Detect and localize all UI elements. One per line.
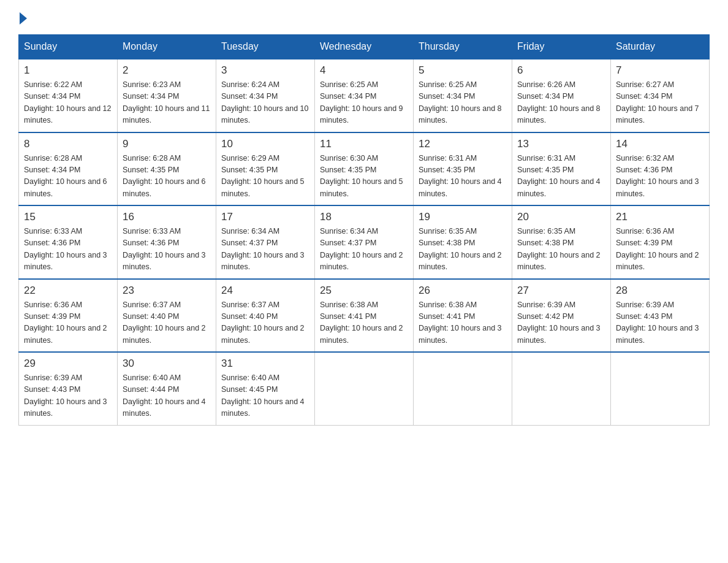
calendar-cell: 21 Sunrise: 6:36 AM Sunset: 4:39 PM Dayl…: [611, 205, 710, 279]
col-header-sunday: Sunday: [19, 35, 118, 59]
calendar-cell: 4 Sunrise: 6:25 AM Sunset: 4:34 PM Dayli…: [315, 59, 414, 132]
calendar-cell: 9 Sunrise: 6:28 AM Sunset: 4:35 PM Dayli…: [118, 132, 216, 206]
day-info: Sunrise: 6:34 AM Sunset: 4:37 PM Dayligh…: [221, 226, 309, 274]
calendar-table: SundayMondayTuesdayWednesdayThursdayFrid…: [18, 34, 710, 426]
day-info: Sunrise: 6:34 AM Sunset: 4:37 PM Dayligh…: [320, 226, 408, 274]
calendar-cell: 28 Sunrise: 6:39 AM Sunset: 4:43 PM Dayl…: [611, 279, 710, 353]
calendar-cell: [512, 352, 611, 425]
day-number: 8: [24, 138, 112, 150]
day-info: Sunrise: 6:28 AM Sunset: 4:34 PM Dayligh…: [24, 153, 112, 201]
day-number: 11: [320, 138, 408, 150]
calendar-week-2: 8 Sunrise: 6:28 AM Sunset: 4:34 PM Dayli…: [19, 132, 710, 206]
day-number: 21: [616, 211, 704, 223]
day-number: 28: [616, 285, 704, 297]
calendar-cell: 18 Sunrise: 6:34 AM Sunset: 4:37 PM Dayl…: [315, 205, 414, 279]
day-number: 15: [24, 211, 112, 223]
calendar-header-row: SundayMondayTuesdayWednesdayThursdayFrid…: [19, 35, 710, 59]
day-number: 19: [419, 211, 507, 223]
day-info: Sunrise: 6:35 AM Sunset: 4:38 PM Dayligh…: [517, 226, 605, 274]
calendar-cell: 12 Sunrise: 6:31 AM Sunset: 4:35 PM Dayl…: [414, 132, 512, 206]
day-number: 20: [517, 211, 605, 223]
calendar-cell: 3 Sunrise: 6:24 AM Sunset: 4:34 PM Dayli…: [216, 59, 315, 132]
day-info: Sunrise: 6:31 AM Sunset: 4:35 PM Dayligh…: [517, 153, 605, 201]
calendar-cell: 20 Sunrise: 6:35 AM Sunset: 4:38 PM Dayl…: [512, 205, 611, 279]
calendar-cell: 7 Sunrise: 6:27 AM Sunset: 4:34 PM Dayli…: [611, 59, 710, 132]
col-header-thursday: Thursday: [414, 35, 512, 59]
day-info: Sunrise: 6:27 AM Sunset: 4:34 PM Dayligh…: [616, 79, 704, 127]
day-info: Sunrise: 6:30 AM Sunset: 4:35 PM Dayligh…: [320, 153, 408, 201]
calendar-cell: 10 Sunrise: 6:29 AM Sunset: 4:35 PM Dayl…: [216, 132, 315, 206]
calendar-cell: 23 Sunrise: 6:37 AM Sunset: 4:40 PM Dayl…: [118, 279, 216, 353]
day-number: 9: [123, 138, 211, 150]
day-info: Sunrise: 6:39 AM Sunset: 4:42 PM Dayligh…: [517, 299, 605, 347]
logo: [18, 12, 27, 22]
day-number: 7: [616, 64, 704, 77]
day-number: 5: [419, 64, 507, 77]
day-number: 25: [320, 285, 408, 297]
day-number: 4: [320, 64, 408, 77]
day-info: Sunrise: 6:26 AM Sunset: 4:34 PM Dayligh…: [517, 79, 605, 127]
calendar-cell: [315, 352, 414, 425]
day-info: Sunrise: 6:25 AM Sunset: 4:34 PM Dayligh…: [419, 79, 507, 127]
calendar-cell: 11 Sunrise: 6:30 AM Sunset: 4:35 PM Dayl…: [315, 132, 414, 206]
day-info: Sunrise: 6:37 AM Sunset: 4:40 PM Dayligh…: [123, 299, 211, 347]
day-number: 24: [221, 285, 309, 297]
day-info: Sunrise: 6:36 AM Sunset: 4:39 PM Dayligh…: [616, 226, 704, 274]
day-number: 2: [123, 64, 211, 77]
calendar-cell: [414, 352, 512, 425]
day-number: 1: [24, 64, 112, 77]
day-info: Sunrise: 6:29 AM Sunset: 4:35 PM Dayligh…: [221, 153, 309, 201]
col-header-tuesday: Tuesday: [216, 35, 315, 59]
day-number: 26: [419, 285, 507, 297]
calendar-cell: 2 Sunrise: 6:23 AM Sunset: 4:34 PM Dayli…: [118, 59, 216, 132]
day-number: 29: [24, 358, 112, 370]
day-info: Sunrise: 6:35 AM Sunset: 4:38 PM Dayligh…: [419, 226, 507, 274]
day-number: 10: [221, 138, 309, 150]
page-header: [18, 12, 710, 22]
col-header-saturday: Saturday: [611, 35, 710, 59]
day-info: Sunrise: 6:39 AM Sunset: 4:43 PM Dayligh…: [616, 299, 704, 347]
calendar-cell: 17 Sunrise: 6:34 AM Sunset: 4:37 PM Dayl…: [216, 205, 315, 279]
calendar-cell: 30 Sunrise: 6:40 AM Sunset: 4:44 PM Dayl…: [118, 352, 216, 425]
day-number: 13: [517, 138, 605, 150]
logo-arrow-icon: [20, 12, 27, 25]
calendar-cell: 15 Sunrise: 6:33 AM Sunset: 4:36 PM Dayl…: [19, 205, 118, 279]
calendar-cell: 19 Sunrise: 6:35 AM Sunset: 4:38 PM Dayl…: [414, 205, 512, 279]
calendar-cell: 14 Sunrise: 6:32 AM Sunset: 4:36 PM Dayl…: [611, 132, 710, 206]
calendar-cell: [611, 352, 710, 425]
col-header-friday: Friday: [512, 35, 611, 59]
day-number: 30: [123, 358, 211, 370]
day-number: 6: [517, 64, 605, 77]
calendar-week-4: 22 Sunrise: 6:36 AM Sunset: 4:39 PM Dayl…: [19, 279, 710, 353]
calendar-cell: 31 Sunrise: 6:40 AM Sunset: 4:45 PM Dayl…: [216, 352, 315, 425]
calendar-cell: 13 Sunrise: 6:31 AM Sunset: 4:35 PM Dayl…: [512, 132, 611, 206]
day-info: Sunrise: 6:28 AM Sunset: 4:35 PM Dayligh…: [123, 153, 211, 201]
day-info: Sunrise: 6:39 AM Sunset: 4:43 PM Dayligh…: [24, 372, 112, 420]
calendar-cell: 25 Sunrise: 6:38 AM Sunset: 4:41 PM Dayl…: [315, 279, 414, 353]
day-number: 16: [123, 211, 211, 223]
day-info: Sunrise: 6:37 AM Sunset: 4:40 PM Dayligh…: [221, 299, 309, 347]
calendar-cell: 8 Sunrise: 6:28 AM Sunset: 4:34 PM Dayli…: [19, 132, 118, 206]
day-number: 17: [221, 211, 309, 223]
calendar-cell: 6 Sunrise: 6:26 AM Sunset: 4:34 PM Dayli…: [512, 59, 611, 132]
day-info: Sunrise: 6:38 AM Sunset: 4:41 PM Dayligh…: [320, 299, 408, 347]
calendar-week-1: 1 Sunrise: 6:22 AM Sunset: 4:34 PM Dayli…: [19, 59, 710, 132]
day-number: 27: [517, 285, 605, 297]
day-info: Sunrise: 6:38 AM Sunset: 4:41 PM Dayligh…: [419, 299, 507, 347]
calendar-cell: 1 Sunrise: 6:22 AM Sunset: 4:34 PM Dayli…: [19, 59, 118, 132]
col-header-monday: Monday: [118, 35, 216, 59]
day-number: 12: [419, 138, 507, 150]
day-info: Sunrise: 6:22 AM Sunset: 4:34 PM Dayligh…: [24, 79, 112, 127]
day-info: Sunrise: 6:40 AM Sunset: 4:44 PM Dayligh…: [123, 372, 211, 420]
day-number: 3: [221, 64, 309, 77]
day-number: 18: [320, 211, 408, 223]
day-number: 23: [123, 285, 211, 297]
col-header-wednesday: Wednesday: [315, 35, 414, 59]
day-info: Sunrise: 6:31 AM Sunset: 4:35 PM Dayligh…: [419, 153, 507, 201]
day-info: Sunrise: 6:36 AM Sunset: 4:39 PM Dayligh…: [24, 299, 112, 347]
day-info: Sunrise: 6:32 AM Sunset: 4:36 PM Dayligh…: [616, 153, 704, 201]
calendar-cell: 27 Sunrise: 6:39 AM Sunset: 4:42 PM Dayl…: [512, 279, 611, 353]
calendar-cell: 16 Sunrise: 6:33 AM Sunset: 4:36 PM Dayl…: [118, 205, 216, 279]
calendar-week-3: 15 Sunrise: 6:33 AM Sunset: 4:36 PM Dayl…: [19, 205, 710, 279]
day-info: Sunrise: 6:23 AM Sunset: 4:34 PM Dayligh…: [123, 79, 211, 127]
